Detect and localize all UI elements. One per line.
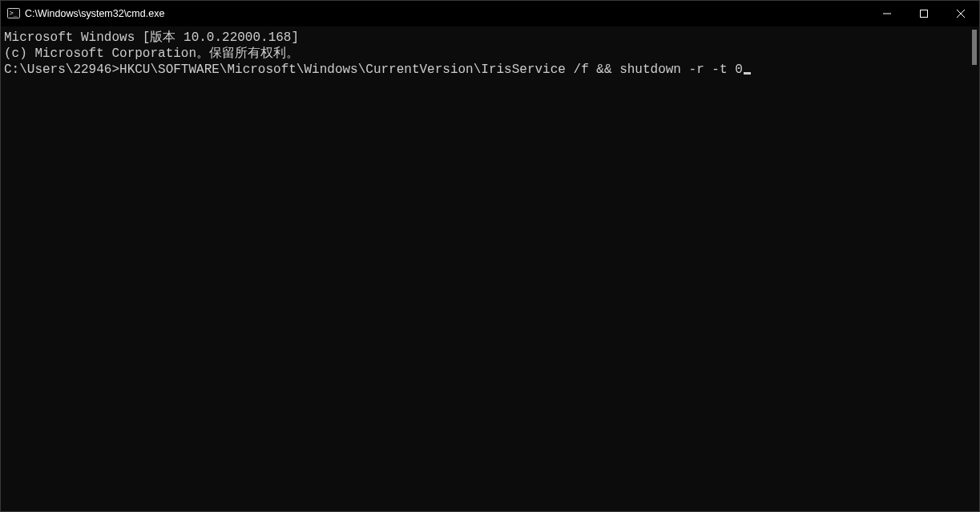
svg-rect-3 [921,10,928,18]
terminal-output[interactable]: Microsoft Windows [版本 10.0.22000.168](c)… [1,26,966,511]
cursor [744,72,751,75]
output-line: Microsoft Windows [版本 10.0.22000.168] [4,30,966,46]
window-title: C:\Windows\system32\cmd.exe [25,8,164,19]
terminal-area: Microsoft Windows [版本 10.0.22000.168](c)… [1,26,979,511]
maximize-button[interactable] [905,1,942,26]
close-button[interactable] [942,1,979,26]
prompt-line: C:\Users\22946>HKCU\SOFTWARE\Microsoft\W… [4,62,966,78]
cmd-icon: >_ [7,7,20,20]
scrollbar-thumb[interactable] [972,30,977,65]
cmd-window: >_ C:\Windows\system32\cmd.exe [0,0,980,512]
output-line: (c) Microsoft Corporation。保留所有权利。 [4,46,966,62]
window-controls [869,1,979,26]
minimize-button[interactable] [869,1,905,26]
vertical-scrollbar[interactable] [966,26,979,511]
svg-text:>_: >_ [10,10,18,17]
command-input[interactable]: HKCU\SOFTWARE\Microsoft\Windows\CurrentV… [119,62,743,77]
titlebar[interactable]: >_ C:\Windows\system32\cmd.exe [1,1,979,26]
prompt: C:\Users\22946> [4,62,119,77]
